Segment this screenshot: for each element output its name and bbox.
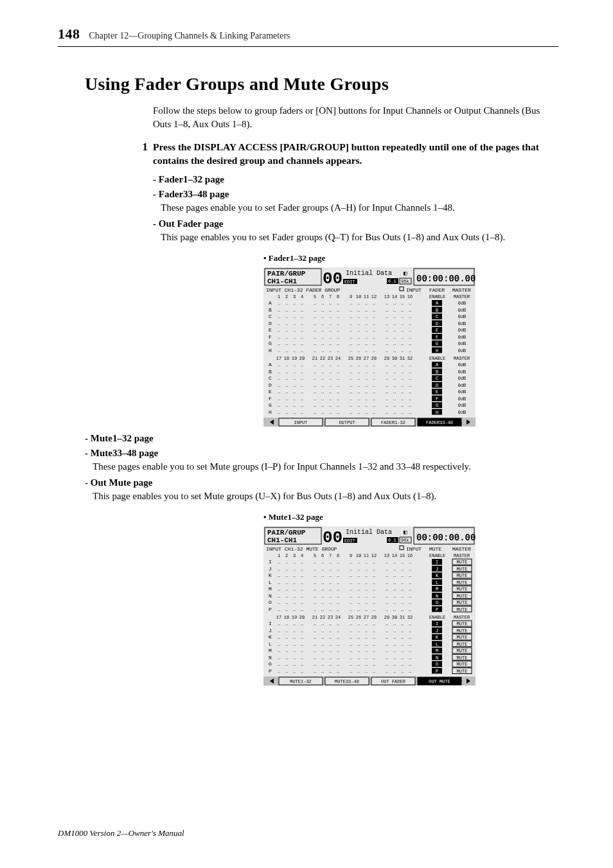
svg-text:…: … [386, 362, 388, 368]
svg-text:…: … [278, 403, 280, 408]
svg-text:…: … [329, 382, 332, 387]
svg-text:H: H [436, 348, 438, 353]
svg-text:4: 4 [301, 294, 303, 299]
svg-text:…: … [350, 376, 352, 381]
svg-text:…: … [409, 621, 411, 626]
svg-text:P: P [436, 668, 438, 673]
svg-text:6: 6 [321, 294, 324, 299]
svg-text:…: … [278, 560, 280, 565]
svg-text:…: … [409, 628, 411, 633]
svg-text:…: … [301, 641, 303, 646]
svg-text:…: … [321, 560, 324, 565]
svg-text:…: … [386, 382, 388, 387]
svg-text:…: … [314, 314, 316, 319]
svg-text:5: 5 [314, 294, 316, 299]
svg-text:…: … [285, 566, 288, 571]
svg-text:…: … [301, 369, 303, 374]
svg-text:…: … [393, 573, 396, 578]
svg-text:…: … [401, 328, 404, 333]
svg-text:…: … [373, 307, 375, 312]
svg-text:O: O [436, 600, 438, 605]
caption-fader1-32: • Fader1–32 page [263, 253, 558, 263]
svg-text:…: … [357, 307, 360, 312]
svg-text:…: … [314, 321, 316, 326]
svg-text:…: … [301, 328, 303, 333]
svg-text:…: … [329, 301, 332, 306]
svg-text:…: … [285, 348, 288, 353]
svg-text:…: … [401, 566, 404, 571]
svg-text:…: … [278, 341, 280, 346]
svg-text:…: … [357, 369, 360, 374]
svg-text:G: G [436, 403, 438, 408]
svg-text:D: D [436, 382, 438, 387]
svg-text:…: … [373, 348, 375, 353]
svg-text:…: … [393, 648, 396, 653]
svg-text:…: … [393, 307, 396, 312]
svg-text:…: … [301, 348, 303, 353]
lcd-clock: 00:00:00.00 [416, 274, 475, 284]
svg-text:…: … [278, 396, 280, 401]
svg-text:…: … [293, 348, 296, 353]
svg-text:…: … [285, 389, 288, 394]
lcd-title1: PAIR/GRUP [267, 529, 306, 536]
svg-text:…: … [293, 334, 296, 339]
svg-text:…: … [337, 566, 339, 571]
svg-text:K: K [269, 572, 272, 578]
svg-text:D: D [269, 320, 272, 326]
svg-text:…: … [393, 328, 396, 333]
svg-text:L: L [269, 579, 272, 585]
svg-text:…: … [278, 593, 280, 598]
svg-text:…: … [293, 641, 296, 646]
svg-text:G: G [436, 341, 438, 346]
lcd-screen-mute1-32: PAIR/GRUP CH1-CH1 00 EDIT Initial Data 6… [263, 526, 475, 686]
svg-text:15: 15 [400, 553, 405, 558]
svg-text:…: … [357, 580, 360, 585]
svg-text:MASTER: MASTER [454, 615, 470, 620]
bullet-out-fader-body: This page enables you to set Fader group… [161, 231, 558, 244]
svg-text:E: E [269, 389, 272, 394]
svg-text:…: … [337, 641, 339, 646]
svg-text:…: … [285, 396, 288, 401]
svg-text:0dB: 0dB [458, 307, 466, 312]
svg-text:…: … [386, 369, 388, 374]
svg-text:…: … [393, 396, 396, 401]
svg-text:…: … [301, 628, 303, 633]
chapter-path: Chapter 12—Grouping Channels & Linking P… [89, 31, 290, 41]
svg-text:23: 23 [328, 356, 333, 361]
svg-text:…: … [350, 641, 352, 646]
footer: DM1000 Version 2—Owner's Manual [58, 828, 184, 838]
svg-text:…: … [373, 321, 375, 326]
svg-text:…: … [314, 566, 316, 571]
svg-text:…: … [285, 648, 288, 653]
svg-text:…: … [329, 600, 332, 605]
svg-text:…: … [365, 382, 368, 387]
svg-text:12: 12 [371, 294, 377, 299]
svg-text:…: … [337, 321, 339, 326]
svg-text:11: 11 [364, 553, 369, 558]
svg-text:0dB: 0dB [458, 369, 466, 374]
svg-text:…: … [409, 593, 411, 598]
svg-text:I: I [269, 559, 272, 565]
svg-text:…: … [365, 600, 368, 605]
svg-text:…: … [314, 580, 316, 585]
svg-text:…: … [301, 396, 303, 401]
svg-text:…: … [373, 655, 375, 660]
svg-text:…: … [321, 566, 324, 571]
svg-text:…: … [386, 566, 388, 571]
svg-text:…: … [401, 334, 404, 339]
lcd-rh-mute: MUTE [429, 546, 441, 552]
svg-text:…: … [373, 628, 375, 633]
svg-text:…: … [337, 301, 339, 306]
svg-text:…: … [329, 655, 332, 660]
svg-text:…: … [401, 560, 404, 565]
svg-text:…: … [337, 648, 339, 653]
svg-text:…: … [301, 566, 303, 571]
svg-text:…: … [285, 314, 288, 319]
svg-text:B: B [269, 306, 272, 312]
lcd-title2: CH1-CH1 [267, 278, 298, 285]
svg-text:A: A [269, 300, 272, 306]
svg-text:…: … [321, 593, 324, 598]
lcd-srk: 96k [401, 279, 409, 284]
svg-text:M: M [269, 586, 272, 592]
svg-text:8: 8 [337, 553, 339, 558]
